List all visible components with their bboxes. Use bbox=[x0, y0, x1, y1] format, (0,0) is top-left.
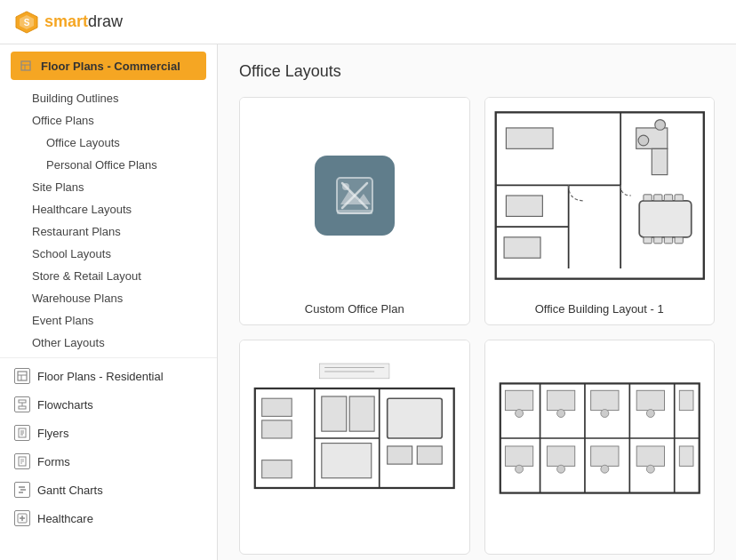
sidebar-item-label: Floor Plans - Commercial bbox=[41, 60, 180, 73]
flowcharts-icon bbox=[14, 396, 30, 412]
sidebar-item-store-retail-layout[interactable]: Store & Retail Layout bbox=[0, 265, 217, 287]
card-image-layout-3 bbox=[240, 340, 469, 536]
card-office-building-layout-1[interactable]: Office Building Layout - 1 bbox=[484, 97, 716, 325]
svg-rect-59 bbox=[262, 460, 292, 478]
sidebar-item-other-layouts[interactable]: Other Layouts bbox=[0, 332, 217, 354]
svg-rect-10 bbox=[19, 406, 26, 409]
flyers-icon bbox=[14, 425, 30, 441]
card-image-custom bbox=[240, 98, 469, 293]
card-label-layout-4 bbox=[485, 536, 715, 554]
card-floor-plan-3[interactable] bbox=[239, 340, 470, 555]
svg-rect-9 bbox=[19, 400, 26, 403]
card-label-layout-1: Office Building Layout - 1 bbox=[485, 293, 715, 324]
svg-rect-3 bbox=[21, 61, 30, 70]
sidebar-item-gantt-charts[interactable]: Gantt Charts bbox=[0, 476, 217, 504]
svg-rect-65 bbox=[417, 446, 442, 464]
content-area: Office Layouts bbox=[218, 44, 736, 560]
svg-point-91 bbox=[646, 410, 654, 418]
card-label-custom: Custom Office Plan bbox=[240, 293, 469, 324]
card-label-layout-3 bbox=[240, 536, 469, 554]
svg-rect-52 bbox=[504, 237, 540, 258]
sidebar-item-label: Floor Plans - Residential bbox=[37, 370, 164, 383]
sidebar-item-site-plans[interactable]: Site Plans bbox=[0, 176, 217, 198]
sidebar-item-floor-plans-commercial[interactable]: Floor Plans - Commercial bbox=[11, 52, 206, 80]
svg-text:S: S bbox=[24, 18, 30, 28]
card-floor-plan-4[interactable] bbox=[484, 340, 716, 555]
card-image-layout-1 bbox=[485, 98, 715, 293]
svg-rect-84 bbox=[679, 446, 693, 466]
sidebar-item-warehouse-plans[interactable]: Warehouse Plans bbox=[0, 287, 217, 309]
floor-plans-commercial-icon bbox=[18, 58, 34, 74]
svg-rect-49 bbox=[675, 237, 683, 244]
logo-text: smartdraw bbox=[44, 12, 123, 31]
svg-point-90 bbox=[600, 465, 608, 473]
svg-rect-44 bbox=[664, 195, 672, 201]
sidebar-item-school-layouts[interactable]: School Layouts bbox=[0, 243, 217, 265]
card-image-layout-4 bbox=[485, 340, 715, 536]
svg-point-86 bbox=[515, 465, 523, 473]
sidebar-item-healthcare-layouts[interactable]: Healthcare Layouts bbox=[0, 198, 217, 220]
svg-rect-63 bbox=[388, 398, 443, 438]
svg-point-40 bbox=[638, 135, 649, 146]
sidebar-item-restaurant-plans[interactable]: Restaurant Plans bbox=[0, 220, 217, 243]
sidebar-item-event-plans[interactable]: Event Plans bbox=[0, 309, 217, 332]
app-header: S smartdraw bbox=[0, 0, 736, 44]
sidebar-item-office-layouts[interactable]: Office Layouts bbox=[0, 132, 217, 154]
svg-rect-62 bbox=[322, 444, 372, 478]
svg-point-88 bbox=[556, 465, 564, 473]
svg-rect-58 bbox=[262, 420, 292, 438]
svg-point-89 bbox=[600, 410, 608, 418]
svg-rect-77 bbox=[547, 390, 574, 410]
logo[interactable]: S smartdraw bbox=[14, 10, 123, 35]
cards-grid: Custom Office Plan bbox=[239, 97, 715, 555]
main-layout: Floor Plans - Commercial Building Outlin… bbox=[0, 44, 736, 560]
custom-icon-svg bbox=[328, 169, 381, 222]
card-custom-office-plan[interactable]: Custom Office Plan bbox=[239, 97, 470, 325]
svg-point-92 bbox=[646, 465, 654, 473]
sidebar-item-office-plans[interactable]: Office Plans bbox=[0, 109, 217, 132]
sidebar-item-label: Flowcharts bbox=[37, 398, 93, 412]
healthcare-icon bbox=[14, 510, 30, 526]
sidebar-item-healthcare[interactable]: Healthcare bbox=[0, 504, 217, 532]
svg-point-85 bbox=[515, 410, 523, 418]
sidebar-item-flowcharts[interactable]: Flowcharts bbox=[0, 390, 217, 419]
sidebar-item-forms[interactable]: Forms bbox=[0, 447, 217, 476]
svg-rect-61 bbox=[349, 396, 374, 431]
sidebar-item-label: Flyers bbox=[37, 427, 68, 440]
forms-icon bbox=[14, 453, 30, 469]
svg-rect-48 bbox=[664, 237, 672, 244]
svg-point-39 bbox=[654, 120, 665, 131]
svg-rect-82 bbox=[636, 446, 664, 466]
svg-rect-45 bbox=[675, 195, 683, 201]
sidebar-divider-1 bbox=[0, 357, 217, 358]
floor-plans-residential-icon bbox=[14, 368, 30, 384]
svg-rect-31 bbox=[337, 210, 372, 214]
custom-plan-icon bbox=[315, 156, 395, 236]
svg-rect-42 bbox=[643, 195, 651, 201]
svg-point-30 bbox=[342, 183, 349, 190]
sidebar-item-label: Healthcare bbox=[37, 512, 93, 525]
sidebar-item-label: Forms bbox=[37, 455, 70, 468]
gantt-icon bbox=[14, 482, 30, 498]
svg-rect-81 bbox=[636, 390, 664, 410]
sidebar-item-floor-plans-residential[interactable]: Floor Plans - Residential bbox=[0, 362, 217, 390]
svg-rect-64 bbox=[388, 446, 412, 464]
svg-rect-80 bbox=[590, 446, 618, 466]
svg-rect-43 bbox=[653, 195, 661, 201]
svg-rect-6 bbox=[18, 372, 27, 380]
svg-rect-83 bbox=[679, 390, 693, 410]
svg-rect-46 bbox=[643, 237, 651, 244]
sidebar-item-personal-office-plans[interactable]: Personal Office Plans bbox=[0, 154, 217, 176]
floor-plan-svg-4 bbox=[485, 340, 715, 536]
svg-rect-66 bbox=[320, 364, 389, 379]
sidebar-item-building-outlines[interactable]: Building Outlines bbox=[0, 87, 217, 109]
svg-rect-76 bbox=[505, 446, 532, 466]
svg-rect-75 bbox=[505, 390, 532, 410]
svg-rect-38 bbox=[652, 148, 668, 174]
sidebar-item-flyers[interactable]: Flyers bbox=[0, 419, 217, 447]
svg-rect-47 bbox=[653, 237, 661, 244]
svg-rect-60 bbox=[322, 396, 347, 431]
logo-icon: S bbox=[14, 10, 39, 35]
svg-point-87 bbox=[556, 410, 564, 418]
svg-rect-51 bbox=[506, 196, 542, 216]
